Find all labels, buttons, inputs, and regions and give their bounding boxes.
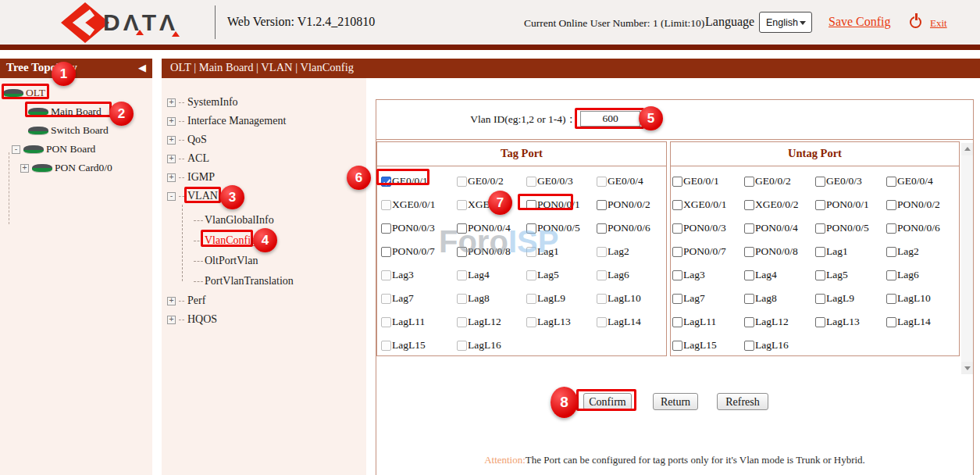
expand-icon[interactable]: + — [167, 117, 176, 126]
untag-port-label: LagL15 — [683, 339, 717, 352]
untag-checkbox-ge0-0-1[interactable] — [672, 177, 682, 187]
tag-port-lagl10: LagL10 — [597, 287, 666, 310]
menu-item-vlanconfig[interactable]: VlanConfig — [194, 230, 362, 251]
untag-port-label: GE0/0/3 — [826, 175, 862, 188]
tag-port-pon0-0-8: PON0/0/8 — [457, 240, 526, 263]
untag-port-lag2: Lag2 — [886, 240, 959, 263]
menu-item-acl[interactable]: +ACL — [167, 149, 362, 168]
tag-checkbox-pon0-0-8[interactable] — [457, 247, 467, 257]
scrollbar-down-icon[interactable] — [961, 362, 973, 374]
navigation-menu: +SystemInfo+Interface Management+QoS+ACL… — [167, 93, 362, 329]
tag-checkbox-pon0-0-4[interactable] — [457, 223, 467, 234]
untag-checkbox-pon0-0-2[interactable] — [886, 200, 896, 210]
untag-port-label: PON0/0/4 — [755, 222, 798, 234]
expand-icon[interactable]: + — [20, 164, 29, 173]
untag-checkbox-lag5[interactable] — [815, 270, 825, 280]
menu-item-oltportvlan[interactable]: OltPortVlan — [194, 251, 362, 271]
untag-checkbox-lagl15[interactable] — [672, 341, 682, 351]
button-row: Confirm Return Refresh — [376, 393, 973, 412]
tag-port-lagl14: LagL14 — [597, 310, 666, 334]
scrollbar-up-icon[interactable] — [961, 143, 973, 155]
menu-item-portvlantranslation[interactable]: PortVlanTranslation — [194, 271, 362, 291]
menu-item-systeminfo[interactable]: +SystemInfo — [167, 93, 362, 112]
untag-checkbox-pon0-0-6[interactable] — [886, 223, 896, 234]
expand-icon[interactable]: + — [167, 136, 176, 145]
collapse-icon[interactable]: - — [12, 145, 20, 154]
untag-checkbox-lagl13[interactable] — [815, 317, 825, 327]
menu-item-interface-management[interactable]: +Interface Management — [167, 112, 362, 130]
untag-checkbox-pon0-0-3[interactable] — [672, 223, 682, 234]
tag-checkbox-pon0-0-2[interactable] — [597, 200, 607, 210]
untag-checkbox-lag3[interactable] — [672, 270, 682, 280]
refresh-button[interactable]: Refresh — [717, 393, 768, 410]
tag-checkbox-lag3 — [381, 270, 391, 280]
expand-icon[interactable]: + — [167, 98, 176, 107]
tag-checkbox-pon0-0-5[interactable] — [526, 223, 536, 234]
untag-checkbox-pon0-0-7[interactable] — [672, 247, 682, 257]
menu-item-igmp[interactable]: +IGMP — [167, 168, 362, 187]
untag-checkbox-lag7[interactable] — [672, 294, 682, 304]
menu-item-hqos[interactable]: +HQOS — [167, 310, 362, 329]
tag-port-label: GE0/0/3 — [537, 175, 573, 188]
untag-checkbox-lagl9[interactable] — [815, 294, 825, 304]
untag-checkbox-lagl12[interactable] — [744, 317, 754, 327]
confirm-button[interactable]: Confirm — [583, 393, 632, 410]
tag-port-header: Tag Port — [377, 142, 666, 166]
save-config-link[interactable]: Save Config — [829, 15, 891, 29]
untag-checkbox-pon0-0-1[interactable] — [815, 200, 825, 210]
untag-checkbox-xge0-0-1[interactable] — [672, 200, 682, 210]
untag-checkbox-ge0-0-3[interactable] — [815, 177, 825, 187]
untag-checkbox-xge0-0-2[interactable] — [744, 200, 754, 210]
untag-checkbox-pon0-0-5[interactable] — [815, 223, 825, 234]
untag-checkbox-lagl11[interactable] — [672, 317, 682, 327]
menu-item-vlan[interactable]: -VLAN — [167, 187, 362, 205]
return-button[interactable]: Return — [653, 393, 698, 410]
untag-checkbox-ge0-0-4[interactable] — [886, 177, 896, 187]
collapse-icon[interactable]: - — [167, 192, 176, 201]
tag-checkbox-pon0-0-7[interactable] — [381, 247, 391, 257]
untag-port-lagl13: LagL13 — [815, 310, 886, 334]
menu-item-perf[interactable]: +Perf — [167, 291, 362, 310]
untag-checkbox-lag6[interactable] — [886, 270, 896, 280]
menu-item-vlanglobalinfo[interactable]: VlanGlobalInfo — [194, 210, 362, 230]
untag-checkbox-lagl16[interactable] — [744, 341, 754, 351]
tree-item-pon-card0-0[interactable]: +PON Card0/0 — [0, 159, 152, 177]
expand-icon[interactable]: + — [167, 155, 176, 163]
untag-checkbox-ge0-0-2[interactable] — [744, 177, 754, 187]
untag-checkbox-lagl14[interactable] — [886, 317, 896, 327]
untag-port-xge0-0-1: XGE0/0/1 — [672, 193, 744, 216]
vlan-id-input[interactable] — [580, 111, 640, 127]
tree-topology-header: Tree Topology ◀ — [0, 59, 152, 78]
untag-checkbox-lag8[interactable] — [744, 294, 754, 304]
device-icon — [23, 145, 44, 153]
vertical-scrollbar[interactable] — [961, 143, 973, 374]
untag-checkbox-lagl10[interactable] — [886, 294, 896, 304]
tag-checkbox-ge0-0-1[interactable] — [381, 177, 391, 187]
untag-checkbox-pon0-0-8[interactable] — [744, 247, 754, 257]
tree-item-olt[interactable]: OLT — [0, 84, 152, 102]
language-select[interactable]: English — [759, 12, 812, 33]
untag-checkbox-lag1[interactable] — [815, 247, 825, 257]
tree-item-main-board[interactable]: Main Board — [0, 102, 152, 121]
untag-port-ge0-0-1: GE0/0/1 — [672, 170, 744, 193]
tree-item-switch-board[interactable]: Switch Board — [0, 121, 152, 140]
expand-icon[interactable]: + — [167, 316, 176, 324]
expand-icon[interactable]: + — [167, 173, 176, 182]
untag-port-label: LagL11 — [683, 316, 716, 328]
untag-port-lagl12: LagL12 — [744, 310, 815, 334]
tag-checkbox-pon0-0-6[interactable] — [597, 223, 607, 234]
untag-checkbox-lag4[interactable] — [744, 270, 754, 280]
tag-port-pon0-0-6: PON0/0/6 — [597, 216, 666, 240]
sidebar-collapse-icon[interactable]: ◀ — [138, 62, 146, 73]
menu-item-qos[interactable]: +QoS — [167, 130, 362, 149]
logo-accent-triangle — [172, 31, 180, 37]
untag-checkbox-pon0-0-4[interactable] — [744, 223, 754, 234]
exit-link[interactable]: Exit — [930, 17, 947, 30]
menu-item-label: QoS — [187, 134, 207, 146]
tag-checkbox-pon0-0-1[interactable] — [526, 200, 536, 210]
expand-icon[interactable]: + — [167, 297, 176, 305]
power-icon[interactable] — [910, 16, 921, 28]
tree-item-pon-board[interactable]: -PON Board — [0, 140, 152, 159]
tag-checkbox-pon0-0-3[interactable] — [381, 223, 391, 234]
untag-checkbox-lag2[interactable] — [886, 247, 896, 257]
